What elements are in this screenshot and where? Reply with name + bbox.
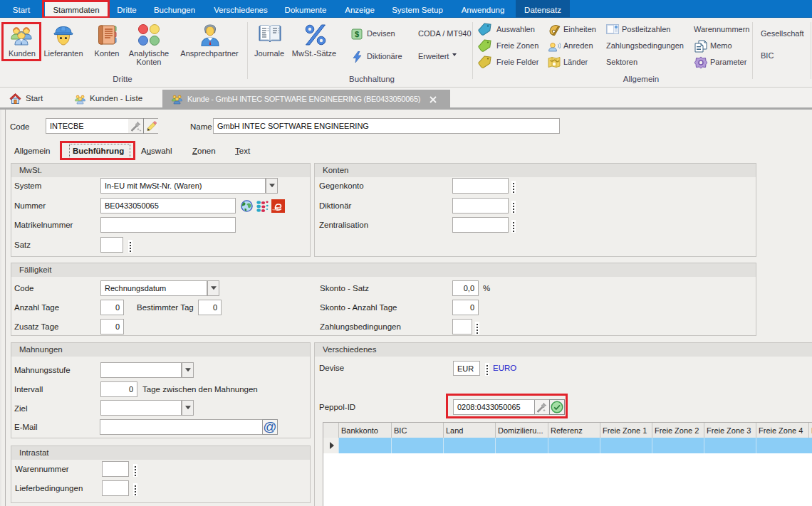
svg-text:$: $ <box>355 30 359 38</box>
